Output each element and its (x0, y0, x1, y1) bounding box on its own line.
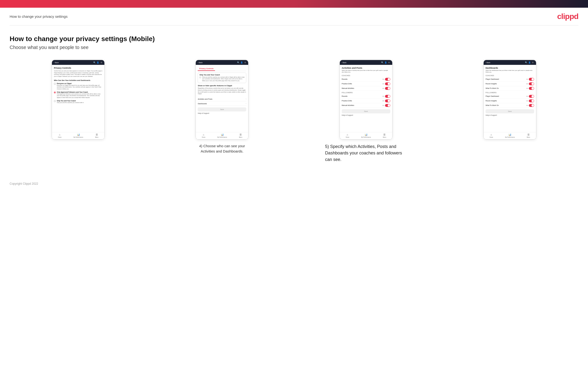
radio-option-coach-only-text: Only You and Your Coach Only you and the… (57, 100, 84, 103)
radio-option-everyone[interactable]: Everyone on Clippd Everyone on Clippd ca… (54, 83, 103, 90)
caption-5: 5) Specify which Activities, Posts and D… (325, 143, 407, 163)
coaches-rounds-toggle[interactable] (385, 78, 390, 81)
dashboards-desc: Select the dashboards that you'd like to… (485, 70, 534, 73)
nav-icons-1: 🔍 👤 ⚙ (93, 61, 103, 64)
radio-option-followers[interactable]: Only Approved Followers and Your Coach O… (54, 91, 103, 99)
coaches-drills-toggle-group: ON (382, 82, 390, 85)
coaches-drills-toggle[interactable] (385, 82, 390, 85)
footer-home-2[interactable]: ⌂ Home (202, 133, 205, 138)
radio-circle-coach-only (54, 100, 56, 102)
profile-icon-3[interactable]: 👤 (385, 61, 387, 64)
toggle-knob-3 (388, 87, 390, 90)
followers-drills-on-label: ON (382, 100, 384, 102)
chart-icon-4: 📊 (508, 133, 511, 136)
help-section-2: Help & Support (198, 112, 246, 114)
coaches-drills-on-label: ON (382, 83, 384, 84)
toggle-row-followers-what-to-work: What To Work On ON (485, 103, 534, 108)
phone-screen-2: ‹ Back 🔍 👤 ⚙ Privacy Controls O (196, 60, 248, 140)
footer-perf-4[interactable]: 📊 My Performance (505, 133, 515, 138)
followers-player-dash-on: ON (526, 96, 528, 97)
toggle-knob-11 (531, 100, 534, 102)
coaches-what-to-work-on: ON (526, 88, 528, 89)
coaches-manual-toggle[interactable] (385, 87, 390, 90)
save-button-2[interactable]: Save (198, 107, 246, 111)
coaches-round-insights-toggle[interactable] (529, 82, 534, 85)
activities-posts-desc: Select the types of activity that you'd … (342, 70, 390, 73)
phone-screen-4: ‹ Back 🔍 👤 ⚙ Dashboards Select the dashb… (483, 60, 536, 140)
search-icon-2[interactable]: 🔍 (237, 61, 240, 64)
save-button-4[interactable]: Save (485, 109, 534, 113)
radio-circle-everyone (54, 83, 56, 85)
radio-option-followers-text: Only Approved Followers and Your Coach O… (57, 91, 103, 99)
footer-menu-3[interactable]: ☰ Menu (383, 133, 386, 138)
tab-privacy-controls[interactable]: Privacy Controls (198, 67, 215, 71)
phone-footer-3: ⌂ Home 📊 My Performance ☰ Menu (340, 132, 392, 139)
footer-home-label-2: Home (202, 136, 205, 138)
toggle-row-coaches-what-to-work: What To Work On ON (485, 86, 534, 91)
profile-icon[interactable]: 👤 (97, 61, 99, 64)
footer-home-4[interactable]: ⌂ Home (490, 133, 493, 138)
coaches-round-insights-toggle-group: ON (526, 82, 534, 85)
chart-icon-3: 📊 (364, 133, 367, 136)
save-button-3[interactable]: Save (342, 109, 390, 113)
footer-menu-4[interactable]: ☰ Menu (527, 133, 530, 138)
followers-drills-label: Practice Drills (342, 100, 352, 102)
coaches-section-label: COACHES (342, 75, 390, 76)
coaches-rounds-toggle-group: ON (382, 78, 390, 81)
phone-screen-1: ‹ Back 🔍 👤 ⚙ Privacy Controls Control ho… (52, 60, 105, 140)
toggle-row-coaches-drills: Practice Drills ON (342, 82, 390, 86)
footer-perf-1[interactable]: 📊 My Performance (73, 133, 83, 138)
footer-perf-2[interactable]: 📊 My Performance (217, 133, 227, 138)
option-box-radio-row: Only you and the coaches you connect wit… (199, 76, 245, 82)
followers-what-to-work-toggle[interactable] (529, 104, 534, 107)
followers-manual-toggle[interactable] (385, 104, 390, 107)
profile-icon-2[interactable]: 👤 (241, 61, 243, 64)
settings-icon-2[interactable]: ⚙ (244, 61, 246, 64)
chevron-left-icon: ‹ (54, 62, 54, 63)
list-row-activities[interactable]: Activities and Posts › (198, 97, 246, 101)
search-icon-4[interactable]: 🔍 (525, 61, 527, 64)
nav-icons-4: 🔍 👤 ⚙ (525, 61, 534, 64)
search-icon[interactable]: 🔍 (93, 61, 96, 64)
toggle-row-followers-drills: Practice Drills ON (342, 99, 390, 103)
coaches-what-to-work-toggle[interactable] (529, 87, 534, 90)
header: How to change your privacy settings clip… (0, 8, 588, 21)
footer-perf-label-1: My Performance (73, 136, 83, 138)
phone-group-4: ‹ Back 🔍 👤 ⚙ Dashboards Select the dashb… (441, 60, 578, 140)
toggle-knob-12 (531, 104, 534, 107)
settings-icon[interactable]: ⚙ (100, 61, 103, 64)
footer-menu-1[interactable]: ☰ Menu (95, 133, 98, 138)
followers-manual-toggle-group: ON (382, 104, 390, 107)
back-button-3[interactable]: ‹ Back (342, 62, 346, 63)
followers-player-dash-toggle-group: ON (526, 95, 534, 98)
followers-round-insights-toggle[interactable] (529, 100, 534, 102)
radio-desc-everyone: Everyone on Clippd can search for you an… (57, 84, 103, 90)
followers-manual-label: Manual Activities (342, 104, 354, 106)
footer-menu-label-1: Menu (95, 136, 98, 138)
phone-content-1: Privacy Controls Control how you and you… (52, 65, 104, 132)
back-button-4[interactable]: ‹ Back (485, 62, 490, 63)
radio-label-coach-only: Only You and Your Coach (57, 100, 84, 102)
nav-icons-3: 🔍 👤 ⚙ (381, 61, 390, 64)
footer-menu-2[interactable]: ☰ Menu (239, 133, 242, 138)
top-bar (0, 0, 588, 8)
profile-icon-4[interactable]: 👤 (528, 61, 531, 64)
help-section-4: Help & Support (485, 114, 534, 116)
footer-home-3[interactable]: ⌂ Home (346, 133, 349, 138)
followers-drills-toggle[interactable] (385, 100, 390, 102)
back-button-1[interactable]: ‹ Back (54, 62, 59, 63)
coaches-manual-on-label: ON (382, 88, 384, 89)
settings-icon-3[interactable]: ⚙ (388, 61, 390, 64)
logo: clippd (557, 12, 578, 21)
followers-player-dash-toggle[interactable] (529, 95, 534, 98)
coaches-player-dash-on: ON (526, 79, 528, 80)
list-row-dashboards[interactable]: Dashboards › (198, 101, 246, 106)
followers-rounds-toggle[interactable] (385, 95, 390, 98)
back-button-2[interactable]: ‹ Back (198, 62, 202, 63)
footer-perf-3[interactable]: 📊 My Performance (361, 133, 371, 138)
coaches-player-dash-toggle[interactable] (529, 78, 534, 81)
footer-home-1[interactable]: ⌂ Home (58, 133, 61, 138)
search-icon-3[interactable]: 🔍 (381, 61, 384, 64)
settings-icon-4[interactable]: ⚙ (532, 61, 534, 64)
radio-option-coach-only[interactable]: Only You and Your Coach Only you and the… (54, 100, 103, 103)
